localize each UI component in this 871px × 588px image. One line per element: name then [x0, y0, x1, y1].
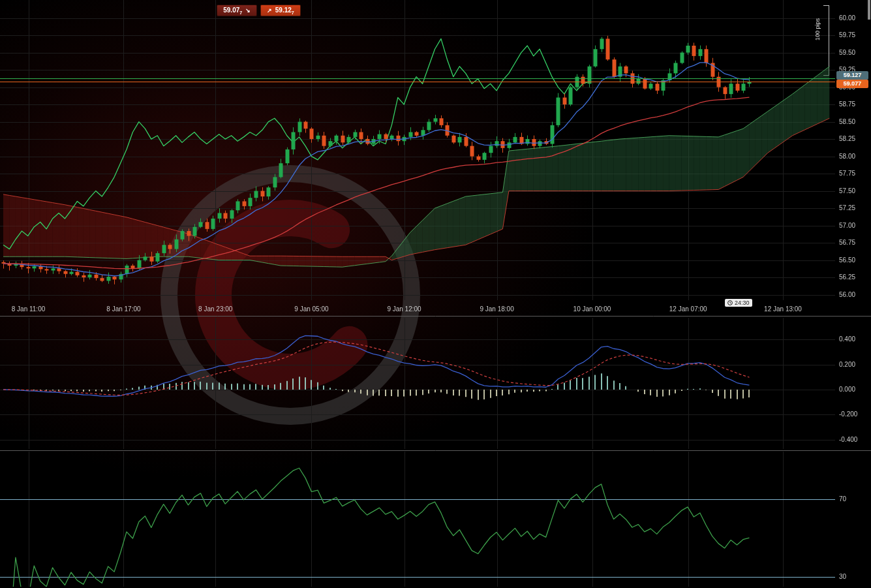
pips-scale-label: 100 pips [814, 18, 821, 40]
ask-price-tag: 59.127 [836, 71, 868, 80]
buy-price-main: 59.12 [275, 7, 292, 14]
macd-axis-label: 0.200 [839, 361, 855, 368]
sell-button[interactable]: 59.077 ↘ [217, 5, 257, 16]
countdown-text: 24:30 [735, 300, 750, 306]
price-axis-label: 57.25 [839, 204, 855, 211]
price-axis-label: 58.50 [839, 118, 855, 125]
sell-price: 59.077 [223, 7, 242, 15]
time-axis-label: 9 Jan 18:00 [480, 305, 513, 313]
buy-price: 59.127 [275, 7, 294, 15]
price-axis-label: 58.75 [839, 101, 855, 108]
time-axis-label: 8 Jan 11:00 [12, 305, 46, 313]
time-axis-label: 12 Jan 07:00 [669, 305, 707, 313]
price-axis-label: 59.50 [839, 49, 855, 56]
sell-arrow-icon: ↘ [245, 8, 251, 14]
candle-countdown: 24:30 [725, 299, 752, 307]
price-axis-label: 57.75 [839, 170, 855, 177]
time-axis-label: 9 Jan 12:00 [387, 305, 421, 313]
price-axis[interactable]: 60.0059.7559.5059.2559.0058.7558.5058.25… [835, 0, 871, 300]
time-axis-label: 12 Jan 13:00 [764, 305, 802, 313]
price-axis-label: 56.25 [839, 273, 855, 281]
time-axis-label: 8 Jan 17:00 [106, 305, 140, 313]
buy-price-pip: 7 [292, 10, 294, 15]
price-chart-canvas[interactable] [0, 0, 871, 588]
time-axis[interactable]: 8 Jan 11:008 Jan 17:008 Jan 23:009 Jan 0… [0, 300, 835, 316]
trading-chart-screen: 59.077 ↘ ↗ 59.127 60.0059.7559.5059.2559… [0, 0, 871, 588]
macd-axis[interactable]: 0.4000.2000.000-0.200-0.400 [835, 318, 871, 449]
rsi-axis-label: 30 [839, 573, 846, 580]
time-axis-label: 10 Jan 00:00 [573, 305, 611, 313]
price-axis-label: 58.00 [839, 153, 855, 160]
price-axis-label: 59.75 [839, 31, 855, 39]
clock-icon [727, 300, 733, 305]
rsi-axis[interactable]: 7030 [835, 452, 871, 587]
price-axis-label: 56.00 [839, 291, 855, 298]
sell-price-pip: 7 [239, 10, 242, 15]
price-axis-label: 56.75 [839, 239, 855, 246]
rsi-axis-label: 70 [839, 495, 846, 503]
price-axis-label: 56.50 [839, 256, 855, 264]
price-axis-label: 60.00 [839, 14, 855, 22]
time-axis-label: 9 Jan 05:00 [294, 305, 328, 313]
price-axis-label: 58.25 [839, 135, 855, 142]
macd-axis-label: -0.200 [839, 410, 857, 418]
macd-axis-label: -0.400 [839, 436, 857, 443]
scrollbar-thumb[interactable] [868, 0, 870, 20]
price-axis-label: 57.50 [839, 187, 855, 194]
macd-axis-label: 0.000 [839, 386, 855, 393]
sell-price-main: 59.07 [223, 7, 239, 14]
buy-arrow-icon: ↗ [267, 8, 272, 14]
price-axis-label: 57.00 [839, 222, 855, 229]
macd-axis-label: 0.400 [839, 335, 855, 343]
quick-trade-panel: 59.077 ↘ ↗ 59.127 [217, 5, 301, 16]
buy-button[interactable]: ↗ 59.127 [260, 5, 301, 16]
last-price-tag: 59.077 [836, 80, 868, 88]
time-axis-label: 8 Jan 23:00 [198, 305, 232, 313]
